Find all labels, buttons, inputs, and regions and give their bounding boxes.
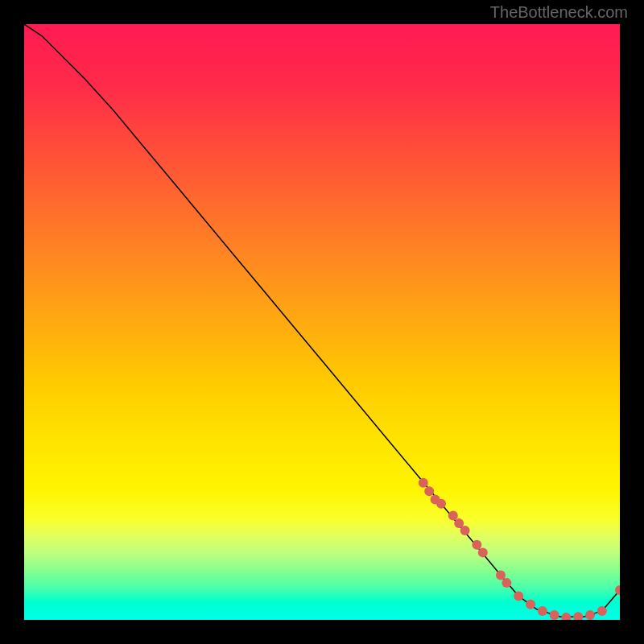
data-point — [472, 540, 481, 550]
data-point — [550, 610, 559, 620]
data-point — [573, 612, 583, 620]
data-point — [436, 499, 446, 509]
curve-line — [24, 24, 620, 617]
data-point — [561, 613, 571, 620]
watermark: TheBottleneck.com — [490, 3, 628, 22]
data-point — [526, 600, 535, 609]
chart-overlay — [24, 24, 620, 620]
data-point — [514, 591, 523, 601]
data-point — [478, 547, 488, 557]
data-point — [597, 606, 607, 616]
data-point — [538, 606, 547, 616]
data-point — [502, 578, 511, 588]
data-point — [460, 526, 470, 535]
data-point — [615, 585, 620, 595]
chart — [24, 24, 620, 620]
data-point — [424, 486, 434, 496]
data-point — [585, 610, 595, 620]
data-point — [419, 478, 428, 488]
data-markers — [419, 478, 620, 620]
data-point — [448, 511, 458, 521]
data-point — [496, 571, 506, 580]
